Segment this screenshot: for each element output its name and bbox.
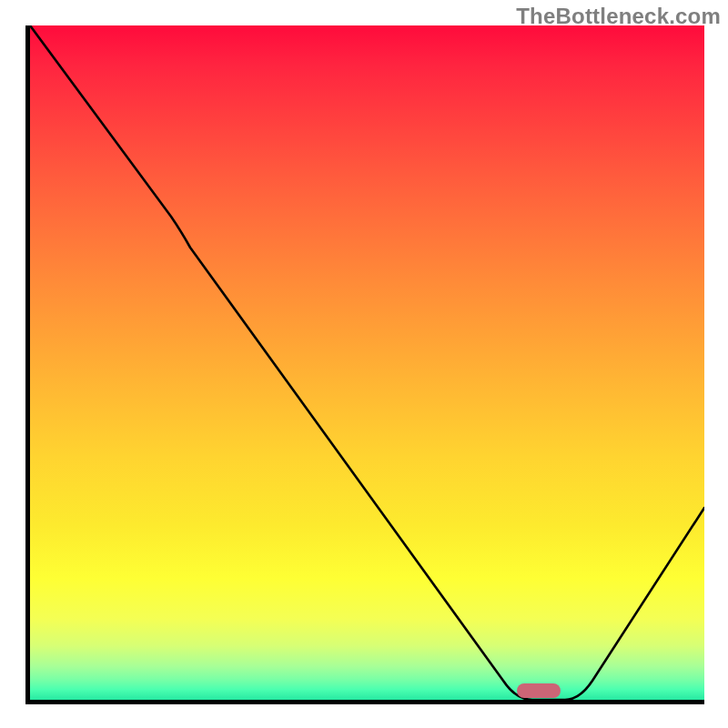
plot-area bbox=[25, 25, 704, 704]
chart-canvas: TheBottleneck.com bbox=[0, 0, 728, 728]
bottleneck-curve bbox=[30, 25, 704, 700]
curve-path bbox=[30, 25, 704, 700]
watermark-text: TheBottleneck.com bbox=[516, 4, 721, 29]
optimum-marker bbox=[517, 683, 561, 698]
